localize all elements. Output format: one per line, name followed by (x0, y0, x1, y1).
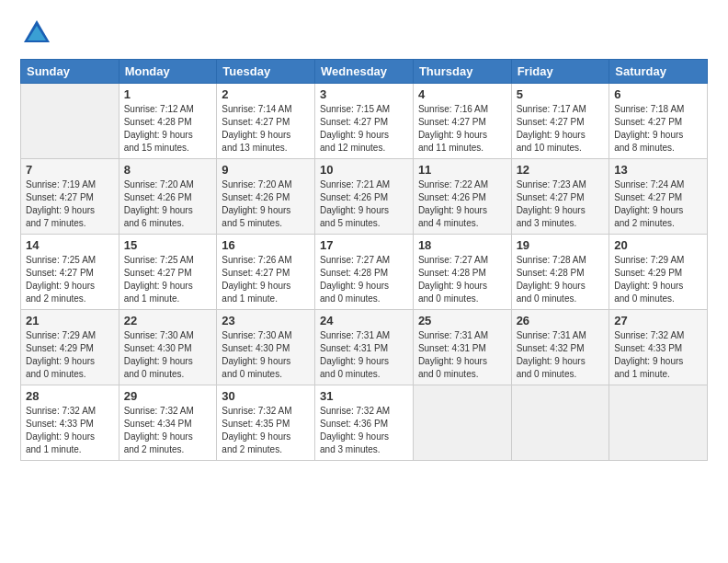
day-info: Sunrise: 7:17 AM Sunset: 4:27 PM Dayligh… (517, 103, 605, 155)
day-number: 28 (26, 389, 114, 403)
calendar-cell: 18Sunrise: 7:27 AM Sunset: 4:28 PM Dayli… (413, 235, 511, 310)
day-number: 31 (320, 389, 408, 403)
day-number: 7 (26, 163, 114, 177)
day-info: Sunrise: 7:22 AM Sunset: 4:26 PM Dayligh… (418, 178, 506, 230)
calendar-cell: 8Sunrise: 7:20 AM Sunset: 4:26 PM Daylig… (119, 159, 217, 235)
day-info: Sunrise: 7:29 AM Sunset: 4:29 PM Dayligh… (614, 254, 702, 305)
day-number: 24 (320, 314, 408, 327)
day-number: 19 (517, 238, 605, 252)
day-number: 9 (222, 163, 310, 177)
calendar-cell: 25Sunrise: 7:31 AM Sunset: 4:31 PM Dayli… (413, 310, 511, 385)
day-number: 30 (222, 389, 310, 403)
day-info: Sunrise: 7:19 AM Sunset: 4:27 PM Dayligh… (26, 178, 114, 230)
day-info: Sunrise: 7:27 AM Sunset: 4:28 PM Dayligh… (418, 254, 506, 305)
day-number: 12 (517, 163, 605, 177)
calendar-cell: 26Sunrise: 7:31 AM Sunset: 4:32 PM Dayli… (511, 310, 609, 385)
calendar-cell: 28Sunrise: 7:32 AM Sunset: 4:33 PM Dayli… (21, 385, 119, 461)
day-info: Sunrise: 7:27 AM Sunset: 4:28 PM Dayligh… (320, 254, 408, 305)
day-number: 5 (517, 87, 605, 101)
calendar-cell: 10Sunrise: 7:21 AM Sunset: 4:26 PM Dayli… (315, 159, 414, 235)
calendar-cell: 24Sunrise: 7:31 AM Sunset: 4:31 PM Dayli… (315, 310, 414, 385)
day-info: Sunrise: 7:31 AM Sunset: 4:32 PM Dayligh… (517, 329, 605, 381)
day-number: 2 (222, 87, 310, 101)
day-number: 11 (418, 163, 506, 177)
day-info: Sunrise: 7:24 AM Sunset: 4:27 PM Dayligh… (614, 178, 702, 230)
day-header-tuesday: Tuesday (217, 60, 315, 84)
calendar-cell: 15Sunrise: 7:25 AM Sunset: 4:27 PM Dayli… (119, 235, 217, 310)
day-number: 4 (418, 87, 506, 101)
day-info: Sunrise: 7:28 AM Sunset: 4:28 PM Dayligh… (517, 254, 605, 305)
calendar-cell: 3Sunrise: 7:15 AM Sunset: 4:27 PM Daylig… (315, 84, 414, 159)
day-info: Sunrise: 7:18 AM Sunset: 4:27 PM Dayligh… (614, 103, 702, 155)
day-header-monday: Monday (119, 60, 217, 84)
day-info: Sunrise: 7:31 AM Sunset: 4:31 PM Dayligh… (320, 329, 408, 381)
day-number: 23 (222, 314, 310, 327)
day-info: Sunrise: 7:20 AM Sunset: 4:26 PM Dayligh… (124, 178, 212, 230)
day-number: 14 (26, 238, 114, 252)
day-info: Sunrise: 7:15 AM Sunset: 4:27 PM Dayligh… (320, 103, 408, 155)
day-number: 1 (124, 87, 212, 101)
calendar-cell: 19Sunrise: 7:28 AM Sunset: 4:28 PM Dayli… (511, 235, 609, 310)
day-info: Sunrise: 7:23 AM Sunset: 4:27 PM Dayligh… (517, 178, 605, 230)
calendar-cell: 6Sunrise: 7:18 AM Sunset: 4:27 PM Daylig… (609, 84, 708, 159)
calendar-cell: 29Sunrise: 7:32 AM Sunset: 4:34 PM Dayli… (119, 385, 217, 461)
calendar-table: SundayMondayTuesdayWednesdayThursdayFrid… (20, 59, 708, 461)
calendar-cell: 12Sunrise: 7:23 AM Sunset: 4:27 PM Dayli… (511, 159, 609, 235)
day-info: Sunrise: 7:30 AM Sunset: 4:30 PM Dayligh… (124, 329, 212, 381)
calendar-cell (511, 385, 609, 461)
calendar-cell: 14Sunrise: 7:25 AM Sunset: 4:27 PM Dayli… (21, 235, 119, 310)
day-info: Sunrise: 7:14 AM Sunset: 4:27 PM Dayligh… (222, 103, 310, 155)
page: SundayMondayTuesdayWednesdayThursdayFrid… (0, 0, 728, 563)
day-header-wednesday: Wednesday (315, 60, 414, 84)
calendar-cell: 21Sunrise: 7:29 AM Sunset: 4:29 PM Dayli… (21, 310, 119, 385)
day-info: Sunrise: 7:20 AM Sunset: 4:26 PM Dayligh… (222, 178, 310, 230)
calendar-cell: 27Sunrise: 7:32 AM Sunset: 4:33 PM Dayli… (609, 310, 708, 385)
calendar-cell: 17Sunrise: 7:27 AM Sunset: 4:28 PM Dayli… (315, 235, 414, 310)
day-number: 21 (26, 314, 114, 327)
calendar-cell: 2Sunrise: 7:14 AM Sunset: 4:27 PM Daylig… (217, 84, 315, 159)
logo (20, 17, 57, 50)
calendar-cell (413, 385, 511, 461)
day-info: Sunrise: 7:32 AM Sunset: 4:33 PM Dayligh… (614, 329, 702, 381)
day-number: 27 (614, 314, 702, 327)
calendar-cell: 23Sunrise: 7:30 AM Sunset: 4:30 PM Dayli… (217, 310, 315, 385)
day-number: 25 (418, 314, 506, 327)
calendar-week-2: 7Sunrise: 7:19 AM Sunset: 4:27 PM Daylig… (21, 159, 708, 235)
day-info: Sunrise: 7:29 AM Sunset: 4:29 PM Dayligh… (26, 329, 114, 381)
calendar-cell: 30Sunrise: 7:32 AM Sunset: 4:35 PM Dayli… (217, 385, 315, 461)
day-info: Sunrise: 7:32 AM Sunset: 4:33 PM Dayligh… (26, 405, 114, 456)
calendar-cell: 4Sunrise: 7:16 AM Sunset: 4:27 PM Daylig… (413, 84, 511, 159)
day-info: Sunrise: 7:26 AM Sunset: 4:27 PM Dayligh… (222, 254, 310, 305)
header (20, 17, 708, 50)
day-info: Sunrise: 7:32 AM Sunset: 4:36 PM Dayligh… (320, 405, 408, 456)
day-info: Sunrise: 7:21 AM Sunset: 4:26 PM Dayligh… (320, 178, 408, 230)
day-header-saturday: Saturday (609, 60, 708, 84)
day-info: Sunrise: 7:16 AM Sunset: 4:27 PM Dayligh… (418, 103, 506, 155)
day-header-sunday: Sunday (21, 60, 119, 84)
day-number: 20 (614, 238, 702, 252)
calendar-cell: 5Sunrise: 7:17 AM Sunset: 4:27 PM Daylig… (511, 84, 609, 159)
day-info: Sunrise: 7:25 AM Sunset: 4:27 PM Dayligh… (26, 254, 114, 305)
calendar-cell: 13Sunrise: 7:24 AM Sunset: 4:27 PM Dayli… (609, 159, 708, 235)
calendar-cell (21, 84, 119, 159)
day-info: Sunrise: 7:31 AM Sunset: 4:31 PM Dayligh… (418, 329, 506, 381)
calendar-cell: 7Sunrise: 7:19 AM Sunset: 4:27 PM Daylig… (21, 159, 119, 235)
calendar-header-row: SundayMondayTuesdayWednesdayThursdayFrid… (21, 60, 708, 84)
day-number: 18 (418, 238, 506, 252)
day-info: Sunrise: 7:12 AM Sunset: 4:28 PM Dayligh… (124, 103, 212, 155)
logo-icon (20, 17, 53, 50)
calendar-cell: 1Sunrise: 7:12 AM Sunset: 4:28 PM Daylig… (119, 84, 217, 159)
day-number: 17 (320, 238, 408, 252)
day-number: 8 (124, 163, 212, 177)
day-number: 29 (124, 389, 212, 403)
day-number: 16 (222, 238, 310, 252)
calendar-cell: 20Sunrise: 7:29 AM Sunset: 4:29 PM Dayli… (609, 235, 708, 310)
day-header-thursday: Thursday (413, 60, 511, 84)
calendar-cell: 22Sunrise: 7:30 AM Sunset: 4:30 PM Dayli… (119, 310, 217, 385)
calendar-cell (609, 385, 708, 461)
calendar-cell: 31Sunrise: 7:32 AM Sunset: 4:36 PM Dayli… (315, 385, 414, 461)
calendar-week-4: 21Sunrise: 7:29 AM Sunset: 4:29 PM Dayli… (21, 310, 708, 385)
day-number: 3 (320, 87, 408, 101)
day-number: 13 (614, 163, 702, 177)
calendar-week-1: 1Sunrise: 7:12 AM Sunset: 4:28 PM Daylig… (21, 84, 708, 159)
